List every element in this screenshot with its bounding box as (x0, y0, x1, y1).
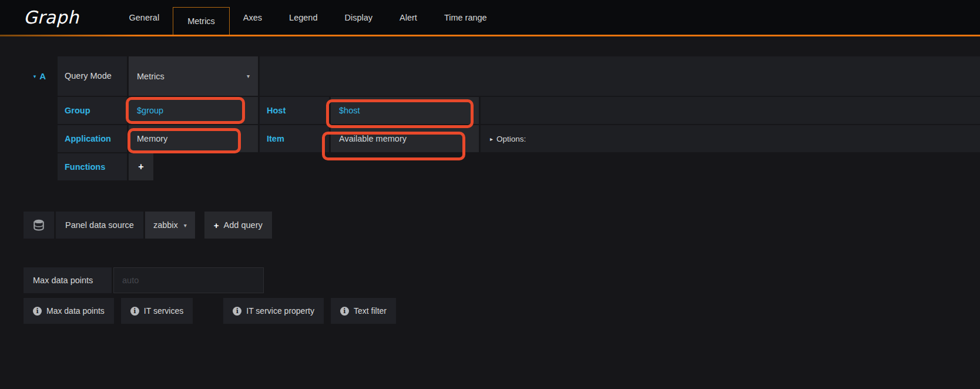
tab-axes[interactable]: Axes (230, 0, 276, 35)
info-icon: i (33, 307, 42, 316)
chevron-right-icon: ▸ (490, 136, 493, 142)
info-button-max-data-points[interactable]: i Max data points (24, 298, 114, 324)
database-icon (32, 219, 45, 232)
max-data-points-section: Max data points (24, 267, 264, 293)
application-label: Application (58, 125, 127, 152)
info-button-label: IT services (144, 306, 183, 316)
group-label: Group (58, 97, 127, 124)
query-mode-value: Metrics (137, 72, 165, 81)
query-collapse-toggle[interactable]: ▾ A (24, 56, 56, 96)
tab-display[interactable]: Display (331, 0, 387, 35)
panel-data-source-label: Panel data source (56, 212, 143, 239)
info-button-label: IT service property (246, 306, 314, 316)
plus-icon: + (214, 220, 219, 230)
application-input[interactable] (129, 125, 258, 152)
functions-label: Functions (58, 153, 127, 180)
functions-row: Functions + (24, 153, 980, 180)
tab-general[interactable]: General (116, 0, 173, 35)
tab-legend[interactable]: Legend (276, 0, 331, 35)
host-input[interactable] (331, 97, 479, 124)
row-filler (481, 97, 980, 124)
row-filler (260, 56, 980, 96)
info-button-it-service-property[interactable]: i IT service property (223, 298, 324, 324)
chevron-down-icon: ▾ (247, 73, 250, 79)
application-item-row: Application Item ▸ Options: (24, 125, 980, 152)
info-button-label: Max data points (46, 306, 105, 316)
row-indent (24, 153, 56, 180)
query-mode-select[interactable]: Metrics ▾ (129, 56, 258, 96)
datasource-select[interactable]: zabbix ▾ (145, 212, 195, 239)
info-icon: i (233, 307, 241, 316)
group-input[interactable] (129, 97, 258, 124)
query-mode-label: Query Mode (58, 56, 127, 96)
info-icon: i (130, 307, 139, 316)
item-label: Item (260, 125, 329, 152)
add-function-button[interactable]: + (129, 153, 153, 180)
row-indent (24, 125, 56, 152)
editor-header: Graph General Metrics Axes Legend Displa… (0, 0, 980, 35)
info-buttons-row: i Max data points i IT services i IT ser… (24, 298, 396, 324)
query-ref-letter: A (39, 71, 46, 81)
query-mode-label-text: Query Mode (65, 71, 101, 82)
chevron-down-icon: ▾ (184, 222, 187, 229)
add-query-button[interactable]: + Add query (204, 212, 272, 239)
options-toggle[interactable]: ▸ Options: (490, 135, 526, 143)
query-editor: ▾ A Query Mode Metrics ▾ Group Host Appl… (24, 56, 980, 182)
datasource-value: zabbix (153, 220, 178, 230)
row-filler: ▸ Options: (481, 125, 980, 152)
tab-time-range[interactable]: Time range (431, 0, 501, 35)
datasource-section: Panel data source zabbix ▾ + Add query (24, 212, 272, 239)
query-mode-row: ▾ A Query Mode Metrics ▾ (24, 56, 980, 96)
tab-alert[interactable]: Alert (386, 0, 431, 35)
collapse-caret-icon: ▾ (33, 73, 36, 79)
host-label: Host (260, 97, 329, 124)
header-accent-line (0, 35, 980, 36)
datasource-icon-button[interactable] (24, 212, 54, 239)
info-icon: i (340, 307, 349, 316)
panel-type-title: Graph (24, 7, 79, 28)
tab-metrics[interactable]: Metrics (173, 7, 230, 35)
info-button-it-services[interactable]: i IT services (121, 298, 193, 324)
item-input[interactable] (331, 125, 479, 152)
plus-icon: + (138, 162, 143, 172)
max-data-points-label: Max data points (24, 267, 112, 293)
info-button-text-filter[interactable]: i Text filter (331, 298, 396, 324)
row-indent (24, 97, 56, 124)
max-data-points-input[interactable] (113, 267, 264, 293)
group-host-row: Group Host (24, 97, 980, 124)
options-label: Options: (496, 135, 526, 143)
add-query-label: Add query (224, 220, 263, 230)
editor-tabs: General Metrics Axes Legend Display Aler… (116, 0, 501, 35)
info-button-label: Text filter (354, 306, 387, 316)
